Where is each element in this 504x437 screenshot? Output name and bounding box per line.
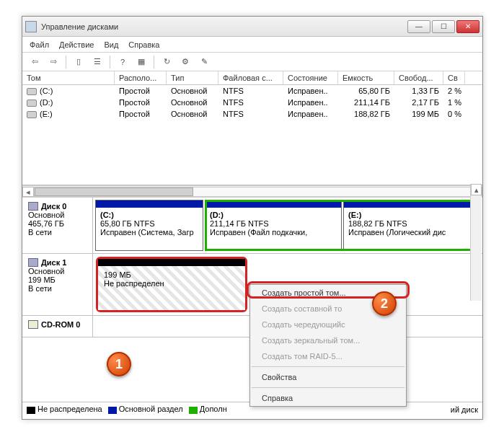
volume-row[interactable]: (E:) Простой Основной NTFS Исправен.. 18… [22, 108, 482, 120]
list-icon[interactable]: ☰ [89, 54, 105, 70]
col-volume[interactable]: Том [22, 71, 115, 84]
minimize-button[interactable]: — [407, 20, 430, 33]
window-title: Управление дисками [41, 22, 407, 31]
vertical-scrollbar[interactable]: ▴ [470, 184, 482, 301]
column-headers: Том Располо... Тип Файловая с... Состоян… [22, 71, 482, 85]
close-button[interactable]: ✕ [456, 20, 479, 33]
wizard-icon[interactable]: ✎ [196, 54, 212, 70]
partition[interactable]: (C:)65,80 ГБ NTFSИсправен (Система, Загр [95, 200, 203, 251]
annotation-badge-1: 1 [107, 352, 131, 376]
unallocated-space[interactable]: 199 МБ Не распределен [96, 257, 247, 312]
col-capacity[interactable]: Емкость [338, 71, 394, 84]
disk-header[interactable]: CD-ROM 0 [22, 316, 93, 337]
scroll-up-icon[interactable]: ▴ [471, 184, 482, 195]
grid-icon[interactable]: ▦ [133, 54, 149, 70]
disk-header[interactable]: Диск 0 Основной 465,76 ГБ В сети [22, 198, 93, 253]
disk-row: Диск 0 Основной 465,76 ГБ В сети (C:)65,… [22, 198, 482, 254]
ctx-create-striped-volume: Создать чередующийс [250, 317, 406, 332]
partition[interactable]: (D:)211,14 ГБ NTFSИсправен (Файл подкачк… [205, 200, 342, 251]
volume-list: Том Располо... Тип Файловая с... Состоян… [22, 71, 482, 185]
maximize-button[interactable]: ☐ [432, 20, 455, 33]
scroll-left-icon[interactable]: ◂ [22, 187, 34, 197]
settings-icon[interactable]: ⚙ [177, 54, 193, 70]
drive-icon [27, 111, 37, 118]
ctx-create-mirror-volume: Создать зеркальный том... [250, 332, 406, 348]
col-fs[interactable]: Файловая с... [218, 71, 283, 84]
refresh-icon[interactable]: ↻ [159, 54, 174, 70]
menu-help[interactable]: Справка [128, 40, 159, 49]
legend-ext-icon [189, 407, 198, 414]
drive-icon [27, 88, 37, 95]
scroll-thumb[interactable] [35, 187, 193, 196]
col-type[interactable]: Тип [167, 71, 218, 84]
menubar: Файл Действие Вид Справка [22, 37, 482, 53]
cdrom-icon [28, 320, 38, 329]
drive-icon [27, 100, 37, 107]
titlebar[interactable]: Управление дисками — ☐ ✕ [22, 17, 482, 37]
annotation-badge-2: 2 [372, 291, 397, 316]
col-free[interactable]: Свобод... [394, 71, 443, 84]
disk-icon [28, 202, 38, 211]
menu-view[interactable]: Вид [104, 40, 118, 49]
app-icon [25, 21, 37, 32]
help-icon[interactable]: ? [115, 54, 131, 70]
menu-file[interactable]: Файл [30, 40, 49, 49]
partition[interactable]: (E:)188,82 ГБ NTFSИсправен (Логический д… [343, 200, 480, 251]
toolbar: ⇦ ⇨ ▯ ☰ ? ▦ ↻ ⚙ ✎ [22, 53, 482, 71]
menu-action[interactable]: Действие [59, 40, 94, 49]
ctx-help[interactable]: Справка [250, 390, 406, 406]
ctx-create-raid5-volume: Создать том RAID-5... [250, 348, 406, 364]
col-state[interactable]: Состояние [283, 71, 338, 84]
panel-icon[interactable]: ▯ [71, 54, 87, 70]
ctx-properties[interactable]: Свойства [250, 369, 406, 385]
disk-header[interactable]: Диск 1 Основной 199 МБ В сети [22, 254, 93, 315]
back-icon[interactable]: ⇦ [27, 54, 43, 70]
legend-unalloc-icon [27, 407, 35, 414]
col-layout[interactable]: Располо... [115, 71, 167, 84]
forward-icon[interactable]: ⇨ [45, 54, 61, 70]
disk-icon [28, 258, 38, 267]
legend-primary-icon [108, 407, 117, 414]
col-pct[interactable]: Св [443, 71, 465, 84]
volume-row[interactable]: (D:) Простой Основной NTFS Исправен.. 21… [22, 97, 482, 108]
volume-row[interactable]: (C:) Простой Основной NTFS Исправен.. 65… [22, 85, 482, 97]
horizontal-scrollbar[interactable]: ◂ ▸ [22, 185, 482, 197]
